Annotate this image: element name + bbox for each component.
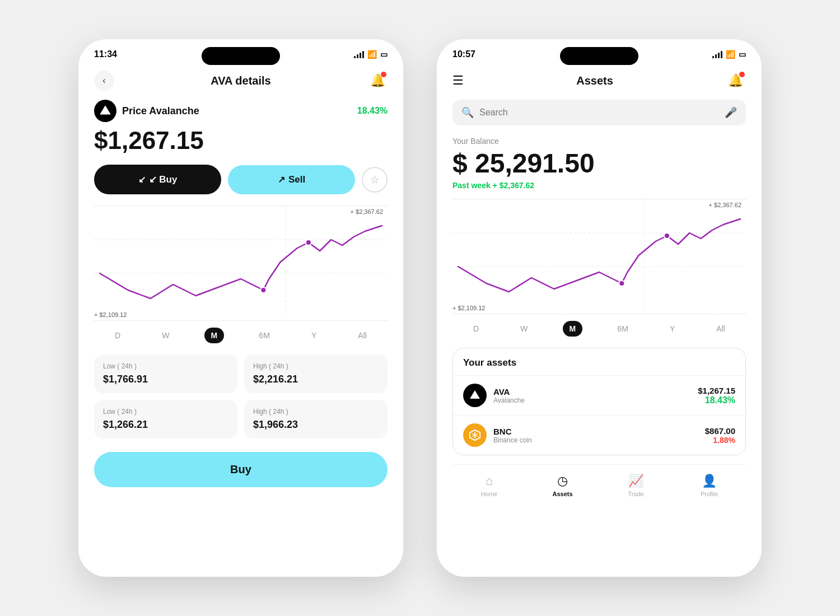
bnc-asset-values: $867.00 1.88% [705, 426, 735, 445]
stat-card-high-2: High ( 24h ) $1,966.23 [244, 400, 388, 438]
asset-item-ava[interactable]: AVA Avalanche $1,267.15 18.43% [453, 375, 745, 415]
balance-label: Your Balance [452, 137, 746, 146]
search-input[interactable] [479, 108, 719, 118]
svg-point-3 [260, 287, 266, 293]
notification-dot-right [739, 72, 745, 77]
tab-w-right[interactable]: W [514, 321, 534, 337]
bnc-price: $867.00 [705, 426, 735, 436]
wifi-icon-right: 📶 [726, 50, 735, 59]
nav-header-left: ‹ AVA details 🔔 [94, 64, 388, 100]
stat-value-1: $2,216.21 [253, 374, 379, 385]
chart-top-label-left: + $2,367.62 [351, 208, 383, 215]
ava-fullname: Avalanche [493, 396, 525, 404]
buy-label: ↙ Buy [149, 174, 178, 185]
coin-name: Price Avalanche [122, 105, 199, 117]
notification-dot-left [381, 72, 386, 77]
hamburger-menu-button[interactable]: ☰ [452, 73, 464, 88]
bnc-fullname: Binance coin [493, 436, 532, 444]
bnc-symbol: BNC [493, 427, 532, 436]
nav-item-assets[interactable]: ◷ Assets [546, 474, 580, 497]
notification-button-left[interactable]: 🔔 [367, 71, 388, 91]
status-time-left: 11:34 [94, 49, 117, 59]
tab-y-right[interactable]: Y [663, 321, 682, 337]
tab-w-left[interactable]: W [155, 328, 176, 343]
stat-label-3: High ( 24h ) [253, 408, 379, 416]
stat-card-low-2: Low ( 24h ) $1,266.21 [94, 400, 237, 438]
assets-card-title: Your assets [453, 348, 745, 375]
battery-icon-right: ▭ [739, 50, 746, 59]
buy-button[interactable]: ↙ ↙ Buy [94, 165, 221, 194]
profile-icon: 👤 [702, 474, 717, 488]
tab-6m-right[interactable]: 6M [610, 321, 634, 337]
nav-item-profile[interactable]: 👤 Profile [693, 474, 726, 497]
wifi-icon-left: 📶 [367, 50, 377, 59]
asset-left-ava: AVA Avalanche [463, 384, 525, 407]
chart-svg-right [452, 199, 746, 311]
search-icon: 🔍 [461, 106, 474, 119]
battery-icon-left: ▭ [380, 50, 388, 59]
nav-item-trade[interactable]: 📈 Trade [619, 474, 653, 497]
stat-card-low-1: Low ( 24h ) $1,766.91 [94, 354, 237, 393]
tab-d-right[interactable]: D [466, 321, 486, 337]
assets-icon: ◷ [557, 474, 568, 488]
stat-label-2: Low ( 24h ) [103, 408, 228, 416]
svg-point-4 [306, 240, 311, 245]
svg-point-9 [664, 233, 670, 239]
chart-top-label-right: + $2,367.62 [709, 202, 741, 208]
tab-6m-left[interactable]: 6M [252, 328, 276, 343]
stat-value-3: $1,966.23 [253, 419, 379, 431]
ava-symbol: AVA [493, 387, 525, 396]
ava-change: 18.43% [698, 395, 735, 405]
star-icon: ☆ [370, 174, 379, 186]
nav-label-profile: Profile [701, 491, 718, 497]
time-tabs-right: D W M 6M Y All [452, 321, 746, 337]
time-tabs-left: D W M 6M Y All [94, 328, 388, 343]
favorite-button[interactable]: ☆ [362, 167, 388, 193]
mic-icon[interactable]: 🎤 [725, 106, 737, 119]
coin-price: $1,267.15 [94, 127, 388, 155]
nav-item-home[interactable]: ⌂ Home [473, 474, 506, 497]
tab-m-right[interactable]: M [563, 321, 583, 337]
ava-asset-logo [463, 384, 487, 407]
stat-value-0: $1,766.91 [103, 374, 228, 385]
assets-phone: 10:57 📶 ▭ ☰ Assets 🔔 [437, 39, 762, 577]
back-button[interactable]: ‹ [94, 71, 114, 91]
price-chart-left: + $2,367.62 .chart-line { fill: none; st… [94, 206, 388, 321]
action-row: ↙ ↙ Buy ↗ Sell ☆ [94, 165, 388, 194]
buy-button-bottom[interactable]: Buy [94, 452, 388, 487]
tab-all-left[interactable]: All [351, 328, 374, 343]
search-bar[interactable]: 🔍 🎤 [452, 100, 746, 125]
chart-bottom-label-right: + $2,109.12 [452, 305, 485, 311]
chart-svg-left: .chart-line { fill: none; stroke: #9c27b… [94, 206, 388, 318]
asset-item-bnc[interactable]: BNC Binance coin $867.00 1.88% [453, 415, 745, 455]
stat-value-2: $1,266.21 [103, 419, 228, 431]
chart-bottom-label-left: + $2,109.12 [94, 311, 127, 318]
tab-y-left[interactable]: Y [305, 328, 323, 343]
ava-asset-info: AVA Avalanche [493, 387, 525, 404]
tab-d-left[interactable]: D [108, 328, 127, 343]
bnc-asset-logo [463, 423, 487, 447]
notch [202, 47, 280, 65]
sell-arrow-icon: ↗ [278, 174, 285, 185]
notch-right [560, 47, 638, 65]
ava-asset-values: $1,267.15 18.43% [698, 386, 735, 405]
bnc-change: 1.88% [705, 436, 735, 445]
nav-header-right: ☰ Assets 🔔 [452, 64, 746, 100]
bottom-nav: ⌂ Home ◷ Assets 📈 Trade 👤 Profile [452, 464, 746, 502]
tab-all-right[interactable]: All [710, 321, 732, 337]
coin-change: 18.43% [357, 106, 388, 116]
bnc-asset-info: BNC Binance coin [493, 427, 532, 444]
coin-header: Price Avalanche 18.43% [94, 100, 388, 122]
ava-details-phone: 11:34 📶 ▭ ‹ AVA details 🔔 [78, 39, 403, 577]
notification-button-right[interactable]: 🔔 [726, 71, 746, 91]
page-title-right: Assets [576, 74, 613, 87]
assets-card: Your assets AVA Avalanche [452, 348, 746, 455]
svg-point-8 [619, 281, 624, 286]
sell-button[interactable]: ↗ Sell [228, 165, 355, 194]
status-time-right: 10:57 [452, 49, 475, 59]
nav-label-trade: Trade [628, 491, 643, 497]
buy-arrow-icon: ↙ [138, 174, 146, 185]
nav-label-home: Home [481, 491, 497, 497]
tab-m-left[interactable]: M [204, 328, 225, 343]
sell-label: Sell [288, 174, 305, 185]
